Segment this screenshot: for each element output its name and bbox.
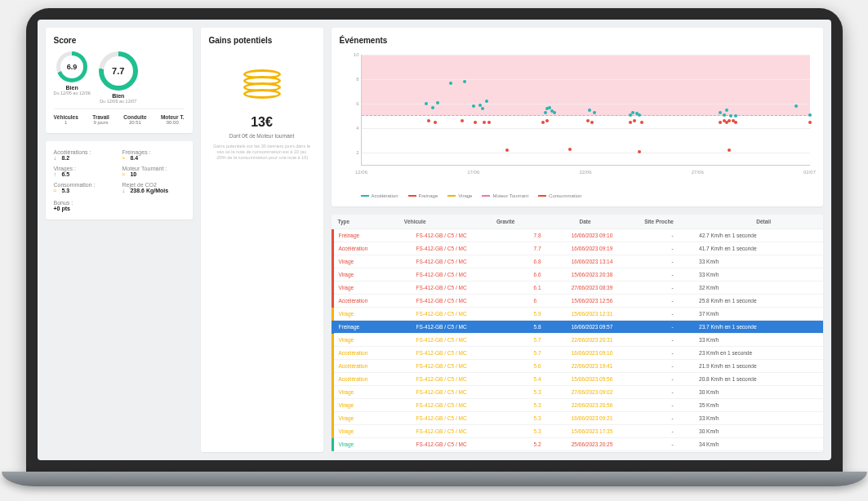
legend-item[interactable]: Virage (447, 193, 472, 198)
events-table-panel: TypeVéhiculeGravitéDateSite ProcheDétail… (332, 215, 823, 452)
table-row[interactable]: VirageFS-412-GB / C5 / MC6.127/06/2023 0… (332, 282, 823, 295)
coins-icon (243, 69, 281, 107)
bonus-label: Bonus : (54, 200, 185, 206)
table-header[interactable]: Type (332, 215, 398, 229)
chart-point[interactable] (431, 106, 434, 109)
chart-point[interactable] (461, 119, 464, 122)
table-row[interactable]: VirageFS-412-GB / C5 / MC6.816/06/2023 1… (332, 255, 823, 268)
score-title: Score (54, 36, 185, 45)
chart-point[interactable] (425, 102, 428, 105)
chart-point[interactable] (638, 113, 641, 117)
table-row[interactable]: AccélérationFS-412-GB / C5 / MC5.716/06/… (332, 347, 823, 360)
legend-item[interactable]: Accélération (361, 193, 398, 198)
score-stat: Travail9 jours (92, 114, 109, 125)
table-row[interactable]: AccélérationFS-412-GB / C5 / MC615/06/20… (332, 295, 823, 308)
gains-panel: Gains potentiels 13€ Dont 0€ de Moteur t… (201, 28, 323, 452)
table-row[interactable]: VirageFS-412-GB / C5 / MC6.615/06/2023 2… (332, 268, 823, 282)
chart-point[interactable] (434, 121, 437, 124)
chart-point[interactable] (544, 111, 547, 114)
chart-point[interactable] (568, 148, 572, 151)
table-row[interactable]: VirageFS-412-GB / C5 / MC5.722/06/2023 2… (332, 334, 823, 347)
chart-point[interactable] (474, 121, 477, 124)
chart-point[interactable] (427, 119, 430, 122)
gains-subtext: Dont 0€ de Moteur tournant (209, 133, 315, 139)
events-title: Événements (340, 36, 815, 45)
legend-item[interactable]: Consommation (538, 193, 581, 198)
table-row[interactable]: VirageFS-412-GB / C5 / MC5.316/06/2023 0… (332, 412, 823, 425)
score-gauge-curr: 7.7 Bien Du 12/06 au 12/07 (99, 51, 138, 104)
chart-point[interactable] (808, 113, 812, 117)
chart-point[interactable] (479, 104, 482, 107)
chart-point[interactable] (734, 114, 737, 117)
score-stat: Moteur T.00:00 (161, 114, 185, 125)
chart-point[interactable] (723, 113, 726, 117)
events-chart[interactable]: 24681012/0617/0622/0627/0602/07 (361, 55, 810, 166)
chart-point[interactable] (808, 121, 812, 124)
table-row[interactable]: VirageFS-412-GB / C5 / MC5.225/06/2023 2… (332, 438, 823, 451)
table-row[interactable]: VirageFS-412-GB / C5 / MC5.322/06/2023 2… (332, 399, 823, 412)
metric-item: Freinages :≈ 8.4 (122, 149, 185, 161)
gains-title: Gains potentiels (209, 36, 315, 45)
score-gauge-prev: 6.9 Bien Du 12/05 au 12/06 (54, 51, 91, 95)
metrics-panel: Accélérations :↓ 8.2Freinages :≈ 8.4Vira… (46, 141, 193, 219)
metric-item: Consommation :≈ 5.3 (54, 182, 116, 193)
table-header[interactable]: Date (573, 215, 639, 229)
chart-point[interactable] (795, 104, 798, 108)
legend-item[interactable]: Freinage (408, 193, 438, 198)
metric-item: Rejet de CO2↓ 238.6 Kg/Mois (122, 182, 185, 193)
chart-legend: AccélérationFreinageVirageMoteur Tournan… (340, 190, 815, 198)
metric-item: Moteur Tournant :≈ 10 (122, 166, 185, 177)
gains-amount: 13€ (209, 115, 315, 130)
table-header[interactable]: Site Proche (638, 215, 750, 229)
score-panel: Score 6.9 Bien Du 12/05 au 12/06 7.7 Bie… (46, 28, 193, 133)
chart-point[interactable] (729, 114, 732, 117)
legend-item[interactable]: Moteur Tournant (482, 193, 528, 198)
chart-point[interactable] (485, 100, 488, 103)
chart-point[interactable] (629, 121, 632, 124)
table-header[interactable]: Gravité (490, 215, 573, 229)
chart-point[interactable] (472, 104, 475, 108)
table-header[interactable]: Véhicule (398, 215, 490, 229)
table-row[interactable]: FreinageFS-412-GB / C5 / MC7.816/06/2023… (332, 229, 823, 242)
table-row[interactable]: VirageFS-412-GB / C5 / MC5.915/06/2023 1… (332, 308, 823, 321)
score-stat: Véhicules1 (54, 114, 78, 125)
chart-point[interactable] (481, 107, 484, 110)
laptop-hinge (2, 472, 867, 486)
score-stats-row: Véhicules1Travail9 joursConduite20:51Mot… (54, 109, 185, 125)
table-row[interactable]: AccélérationFS-412-GB / C5 / MC5.415/06/… (332, 373, 823, 386)
table-row[interactable]: VirageFS-412-GB / C5 / MC5.327/06/2023 0… (332, 386, 823, 399)
chart-point[interactable] (586, 119, 590, 122)
chart-point[interactable] (638, 150, 641, 153)
table-header[interactable]: Détail (750, 215, 822, 229)
chart-point[interactable] (728, 149, 731, 152)
table-row[interactable]: AccélérationFS-412-GB / C5 / MC5.622/06/… (332, 360, 823, 373)
chart-point[interactable] (728, 119, 731, 122)
table-row[interactable]: FreinageFS-412-GB / C5 / MC5.816/06/2023… (332, 321, 823, 334)
chart-point[interactable] (553, 111, 556, 114)
gains-description: Gains potentiels sur les 30 derniers jou… (209, 144, 315, 161)
events-panel: Événements 24681012/0617/0622/0627/0602/… (332, 28, 823, 206)
chart-point[interactable] (436, 101, 439, 104)
chart-point[interactable] (541, 121, 545, 124)
chart-point[interactable] (487, 121, 491, 124)
chart-point[interactable] (588, 109, 591, 112)
chart-point[interactable] (505, 149, 509, 152)
chart-point[interactable] (545, 119, 549, 122)
chart-point[interactable] (593, 111, 596, 114)
metric-item: Virages :↑ 6.5 (54, 166, 116, 177)
chart-point[interactable] (719, 121, 722, 124)
chart-point[interactable] (463, 80, 466, 83)
chart-point[interactable] (725, 109, 728, 112)
table-row[interactable]: VirageFS-412-GB / C5 / MC5.315/06/2023 1… (332, 425, 823, 438)
chart-point[interactable] (449, 82, 452, 85)
chart-point[interactable] (548, 106, 551, 109)
table-row[interactable]: AccélérationFS-412-GB / C5 / MC7.716/06/… (332, 242, 823, 255)
chart-point[interactable] (734, 121, 737, 124)
chart-point[interactable] (483, 121, 486, 124)
chart-point[interactable] (633, 119, 636, 122)
score-stat: Conduite20:51 (123, 114, 146, 125)
chart-point[interactable] (640, 121, 643, 124)
chart-point[interactable] (719, 111, 722, 114)
chart-point[interactable] (631, 111, 634, 114)
chart-point[interactable] (590, 121, 594, 124)
